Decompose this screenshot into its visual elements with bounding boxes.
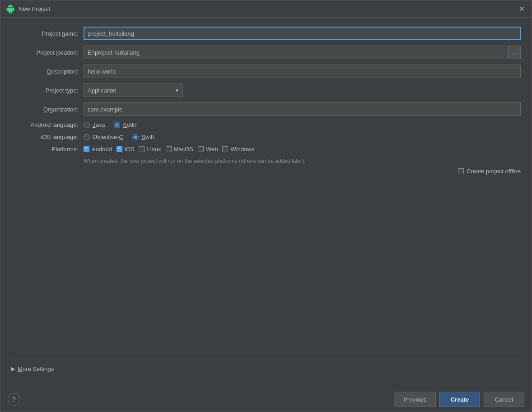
new-project-dialog: New Project ✕ Project name: Project loca… [0,0,532,412]
project-type-select[interactable]: Application Library [84,83,183,97]
android-java-label: Java [93,121,105,128]
close-button[interactable]: ✕ [517,5,526,14]
project-type-label: Project type: [11,87,84,94]
platform-windows-option[interactable]: Windows [222,146,254,153]
platform-linux-option[interactable]: Linux [139,146,161,153]
form-section: Project name: Project location: ... Desc… [11,27,521,267]
project-location-row: Project location: ... [11,46,521,59]
android-java-radio[interactable] [84,122,90,128]
platform-macos-label: MacOS [174,146,193,153]
platform-android-option[interactable]: Android [84,146,112,153]
platform-windows-label: Windows [230,146,254,153]
platform-macos-option[interactable]: MacOS [166,146,193,153]
android-language-label: Android language: [11,121,84,128]
android-language-group: Java Kotlin [84,121,138,128]
android-kotlin-label: Kotlin [123,121,138,128]
project-type-select-wrapper: Application Library [84,83,183,97]
platforms-row: Platforms: Android iOS Linux [11,146,521,153]
create-offline-label: Create project offline [467,168,521,175]
ios-swift-option[interactable]: Swift [132,134,154,140]
platform-ios-label: iOS [125,146,135,153]
platform-linux-label: Linux [147,146,161,153]
platform-web-option[interactable]: Web [198,146,218,153]
organization-row: Organization: [11,102,521,116]
project-location-label: Project location: [11,49,84,56]
organization-label: Organization: [11,106,84,113]
organization-input[interactable] [84,102,521,116]
description-input[interactable] [84,65,521,78]
android-kotlin-option[interactable]: Kotlin [114,121,138,128]
platform-linux-checkbox[interactable] [139,146,145,152]
ios-language-row: iOS language: Objective-C Swift [11,134,521,140]
platform-macos-checkbox[interactable] [166,146,172,152]
android-java-option[interactable]: Java [84,121,105,128]
project-name-row: Project name: [11,27,521,40]
dialog-footer: ? Previous Create Cancel [0,387,532,412]
platforms-group: Android iOS Linux MacOS [84,146,254,153]
platforms-hint: When created, the new project will run o… [84,158,521,164]
create-button[interactable]: Create [439,392,480,407]
help-button[interactable]: ? [8,393,20,406]
ios-objc-radio[interactable] [84,134,90,140]
browse-button[interactable]: ... [507,46,521,59]
ios-swift-radio[interactable] [132,134,139,140]
create-offline-row: Create project offline [11,168,521,175]
dialog-title: New Project [19,5,50,12]
create-offline-checkbox[interactable] [458,168,464,174]
platform-ios-option[interactable]: iOS [117,146,135,153]
description-label: Description: [11,68,84,75]
title-bar: New Project ✕ [0,0,532,18]
platform-windows-checkbox[interactable] [222,146,228,152]
more-settings-section[interactable]: ▶ More Settings [11,360,521,378]
location-wrapper: ... [84,46,521,59]
more-settings-arrow-icon: ▶ [11,366,15,372]
android-kotlin-radio[interactable] [114,122,120,128]
platform-web-label: Web [206,146,218,153]
previous-button[interactable]: Previous [394,392,436,407]
platforms-label: Platforms: [11,146,84,153]
ios-objc-label: Objective-C [93,134,123,140]
project-location-input[interactable] [84,46,505,59]
platform-ios-checkbox[interactable] [117,146,122,152]
ios-language-label: iOS language: [11,134,84,140]
description-row: Description: [11,65,521,78]
ios-objc-option[interactable]: Objective-C [84,134,123,140]
title-bar-left: New Project [6,5,50,14]
ios-swift-label: Swift [141,134,154,140]
footer-buttons: Previous Create Cancel [394,392,524,407]
platform-android-label: Android [92,146,112,153]
project-name-input[interactable] [84,27,521,40]
dialog-content: Project name: Project location: ... Desc… [0,18,532,387]
project-type-row: Project type: Application Library [11,83,521,97]
platform-android-checkbox[interactable] [84,146,89,152]
platform-web-checkbox[interactable] [198,146,204,152]
android-language-row: Android language: Java Kotlin [11,121,521,128]
cancel-button[interactable]: Cancel [484,392,524,407]
android-logo-icon [6,5,15,14]
more-settings-label: More Settings [18,366,54,372]
project-name-label: Project name: [11,30,84,37]
ios-language-group: Objective-C Swift [84,134,154,140]
